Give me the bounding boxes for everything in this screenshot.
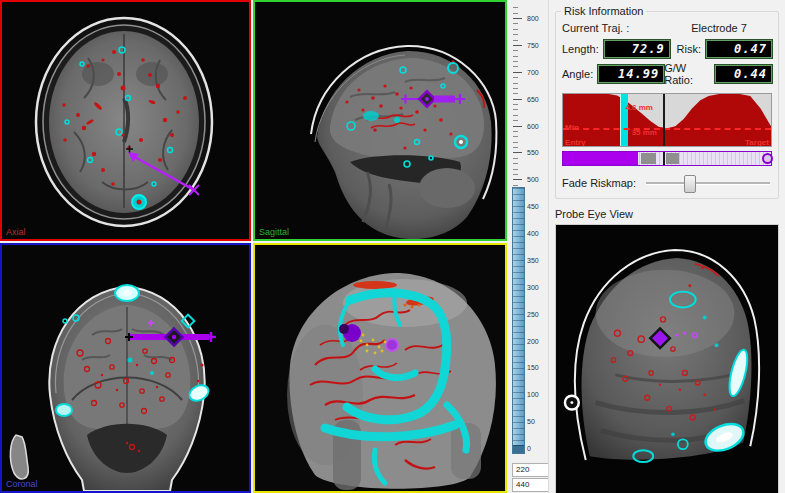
viewport-sagittal[interactable]: Sagittal (253, 0, 507, 241)
coronal-mri-image (2, 245, 249, 491)
current-position-marker (620, 94, 628, 146)
gw-ratio-display: 0.44 (715, 65, 772, 83)
angle-label: Angle: (562, 68, 593, 80)
fade-riskmap-slider[interactable] (644, 174, 772, 192)
ruler-value-field-1[interactable]: 220 (512, 463, 550, 477)
3d-vessel-render-image (255, 245, 505, 491)
risk-area-plot (563, 94, 771, 146)
risk-display: 0.47 (706, 40, 772, 58)
gw-ratio-label: G/W Ratio: (664, 62, 709, 86)
angle-display: 14.99 (598, 65, 664, 83)
viewport-label-coronal: Coronal (6, 479, 38, 489)
ruler-value-field-2[interactable]: 440 (512, 478, 550, 492)
electrode-diagram (562, 151, 772, 166)
risk-information-title: Risk Information (561, 5, 646, 17)
length-label: Length: (562, 43, 599, 55)
viewport-3d-render[interactable] (253, 243, 507, 493)
electrode-tip-marker (762, 153, 773, 164)
probe-eye-mri-image (556, 225, 778, 493)
chart-cursor-line[interactable] (663, 94, 665, 146)
ruler-range-bar[interactable] (512, 187, 525, 454)
minimum-risk-line (563, 128, 771, 130)
fade-riskmap-label: Fade Riskmap: (562, 177, 636, 189)
electrode-cursor-line (663, 152, 665, 165)
sagittal-mri-image (255, 2, 505, 239)
length-display: 72.9 (604, 40, 670, 58)
probe-eye-group: Probe Eye View (555, 208, 779, 493)
risk-information-group: Risk Information Current Traj. : Electro… (555, 11, 779, 199)
viewport-axial[interactable]: Axial (0, 0, 251, 241)
viewport-label-sagittal: Sagittal (259, 227, 289, 237)
electrode-inserted-portion (563, 152, 638, 165)
ruler-thumb[interactable] (513, 445, 524, 453)
probe-eye-view-title: Probe Eye View (555, 208, 779, 220)
current-traj-label: Current Traj. : (562, 22, 629, 34)
risk-profile-chart[interactable]: 4.6 mm35 mmMinEntryTarget (562, 93, 772, 147)
viewport-label-axial: Axial (6, 227, 26, 237)
risk-information-panel: Risk Information Current Traj. : Electro… (548, 0, 785, 493)
viewport-coronal[interactable]: Coronal (0, 243, 251, 493)
risk-label: Risk: (677, 43, 701, 55)
fade-slider-track (646, 182, 770, 185)
electrode-name: Electrode 7 (691, 22, 747, 34)
fade-slider-thumb[interactable] (684, 175, 696, 193)
axial-mri-image (2, 2, 249, 239)
probe-eye-view-image[interactable] (555, 224, 779, 493)
window-level-ruler[interactable]: 0501001502002503003504004505005506006507… (509, 0, 548, 493)
trajectory-planning-window: Axial (0, 0, 785, 493)
